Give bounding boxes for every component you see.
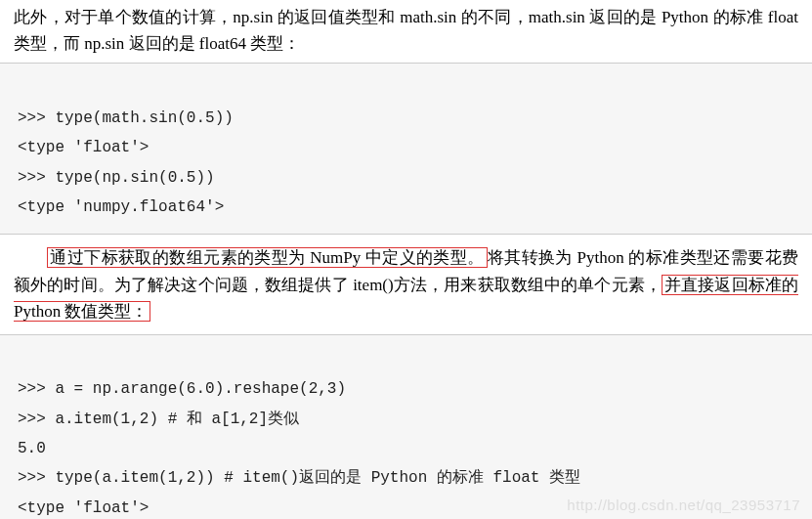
paragraph-2: 通过下标获取的数组元素的类型为 NumPy 中定义的类型。将其转换为 Pytho… <box>0 235 812 334</box>
code2-line4: >>> type(a.item(1,2)) # item()返回的是 Pytho… <box>18 469 580 487</box>
code2-line3: 5.0 <box>18 440 46 457</box>
code-block-1: >>> type(math.sin(0.5)) <type 'float'> >… <box>0 63 812 235</box>
paragraph-1-text: 此外，对于单个数值的计算，np.sin 的返回值类型和 math.sin 的不同… <box>14 8 798 53</box>
code-block-2: >>> a = np.arange(6.0).reshape(2,3) >>> … <box>0 334 812 519</box>
code1-line4: <type 'numpy.float64'> <box>18 198 224 216</box>
code1-line1: >>> type(math.sin(0.5)) <box>18 109 234 127</box>
code1-line3: >>> type(np.sin(0.5)) <box>18 169 215 187</box>
paragraph-1: 此外，对于单个数值的计算，np.sin 的返回值类型和 math.sin 的不同… <box>0 0 812 63</box>
watermark: http://blog.csdn.net/qq_23953717 <box>567 494 800 517</box>
highlight-1: 通过下标获取的数组元素的类型为 NumPy 中定义的类型。 <box>47 247 488 268</box>
code1-line2: <type 'float'> <box>18 139 149 156</box>
code2-line5: <type 'float'> <box>18 499 149 517</box>
code2-line2: >>> a.item(1,2) # 和 a[1,2]类似 <box>18 411 299 428</box>
highlight-1-text: 通过下标获取的数组元素的类型为 NumPy 中定义的类型。 <box>50 248 485 267</box>
code2-line1: >>> a = np.arange(6.0).reshape(2,3) <box>18 380 346 398</box>
